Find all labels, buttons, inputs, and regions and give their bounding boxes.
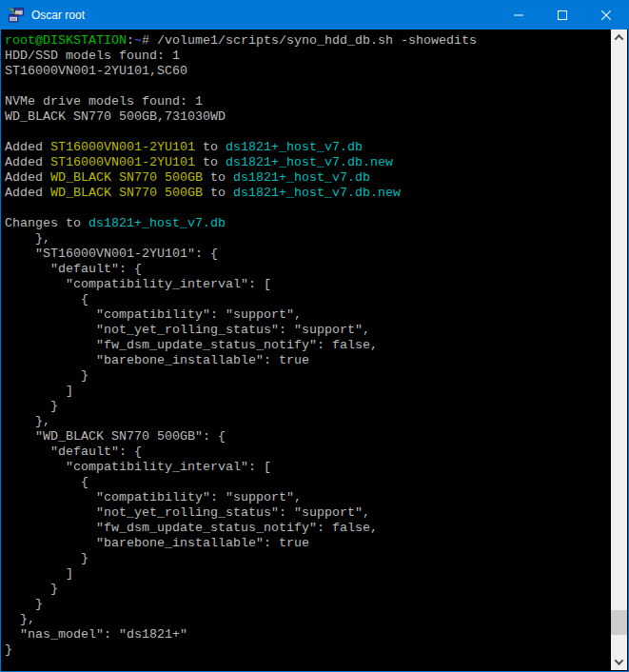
- minimize-button[interactable]: [497, 1, 541, 30]
- terminal-line: "default": {: [5, 445, 613, 460]
- titlebar[interactable]: Oscar root: [1, 1, 628, 30]
- terminal-line: "nas_model": "ds1821+": [5, 627, 613, 642]
- maximize-icon: [558, 10, 567, 20]
- terminal-line: ]: [5, 566, 613, 582]
- terminal-line: "barebone_installable": true: [5, 536, 613, 551]
- terminal-line: root@DISKSTATION:~# /volume1/scripts/syn…: [5, 33, 613, 49]
- terminal-line: "fw_dsm_update_status_notify": false,: [5, 338, 613, 353]
- terminal-line: [5, 201, 613, 216]
- terminal-line: "compatibility": "support",: [5, 307, 613, 323]
- terminal-line: }: [5, 551, 613, 566]
- terminal-line: [5, 79, 613, 94]
- terminal-output[interactable]: root@DISKSTATION:~# /volume1/scripts/syn…: [2, 30, 613, 670]
- terminal-line: Added ST16000VN001-2YU101 to ds1821+_hos…: [5, 140, 613, 155]
- terminal-line: }: [5, 368, 613, 384]
- terminal-line: },: [5, 612, 613, 627]
- terminal-line: WD_BLACK SN770 500GB,731030WD: [5, 109, 613, 125]
- terminal-line: [5, 125, 613, 140]
- terminal-line: ]: [5, 384, 613, 399]
- chevron-down-icon: [615, 656, 624, 665]
- terminal-line: "not_yet_rolling_status": "support",: [5, 323, 613, 338]
- terminal-line: "compatibility_interval": [: [5, 277, 613, 292]
- terminal-line: "barebone_installable": true: [5, 353, 613, 368]
- terminal-line: "not_yet_rolling_status": "support",: [5, 505, 613, 521]
- scrollbar[interactable]: [611, 30, 627, 670]
- terminal-line: "WD_BLACK SN770 500GB": {: [5, 429, 613, 445]
- terminal-line: "ST16000VN001-2YU101": {: [5, 247, 613, 262]
- putty-window: Oscar root root@DISKSTATION:~# /volume1/…: [0, 0, 629, 672]
- chevron-up-icon: [615, 34, 624, 44]
- terminal-line: NVMe drive models found: 1: [5, 94, 613, 109]
- scroll-up-button[interactable]: [611, 30, 627, 46]
- terminal-line: ST16000VN001-2YU101,SC60: [5, 64, 613, 79]
- terminal-line: }: [5, 399, 613, 414]
- terminal-line: HDD/SSD models found: 1: [5, 49, 613, 64]
- window-title: Oscar root: [31, 9, 85, 22]
- close-button[interactable]: [584, 1, 628, 30]
- terminal-line: "compatibility": "support",: [5, 490, 613, 505]
- minimize-icon: [514, 10, 523, 20]
- putty-app-icon[interactable]: [8, 7, 25, 24]
- terminal-line: {: [5, 475, 613, 490]
- terminal-line: "fw_dsm_update_status_notify": false,: [5, 521, 613, 536]
- terminal-line: }: [5, 642, 613, 658]
- terminal-line: Added ST16000VN001-2YU101 to ds1821+_hos…: [5, 155, 613, 170]
- terminal-line: }: [5, 597, 613, 612]
- close-icon: [601, 10, 611, 20]
- terminal-line: Changes to ds1821+_host_v7.db: [5, 216, 613, 231]
- maximize-button[interactable]: [541, 1, 584, 30]
- caption-buttons: [497, 1, 628, 30]
- terminal-line: },: [5, 231, 613, 247]
- terminal-line: }: [5, 582, 613, 597]
- terminal-line: "compatibility_interval": [: [5, 460, 613, 475]
- terminal-line: "default": {: [5, 262, 613, 277]
- scrollbar-thumb[interactable]: [611, 610, 627, 635]
- terminal-line: Added WD_BLACK SN770 500GB to ds1821+_ho…: [5, 186, 613, 201]
- terminal-line: {: [5, 292, 613, 307]
- terminal-line: },: [5, 414, 613, 429]
- scroll-down-button[interactable]: [611, 654, 627, 670]
- terminal-line: Added WD_BLACK SN770 500GB to ds1821+_ho…: [5, 170, 613, 186]
